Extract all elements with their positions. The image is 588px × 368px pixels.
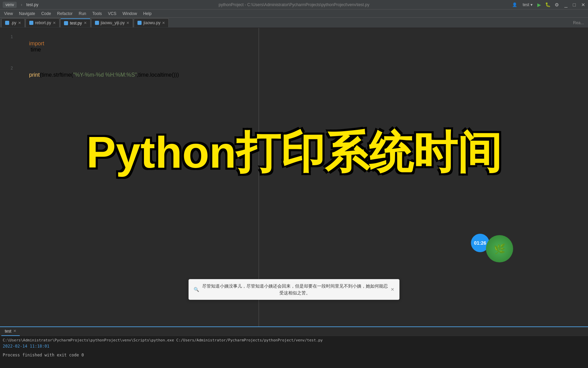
menu-window[interactable]: Window [120,11,140,17]
notification-text: 尽管知道小姨没事儿，尽管知道小姨还会回来，但是却要在一段时间里见不到小姨，她如何… [202,283,388,296]
menu-tools[interactable]: Tools [89,11,104,17]
notification-close-icon[interactable]: ✕ [391,287,394,292]
run-output-content: C:\Users\Administrator\PycharmProjects\p… [0,336,588,359]
menu-view[interactable]: View [1,11,16,17]
code-paren-open: (time.strftime( [40,72,73,78]
tab-rebort-icon [29,21,33,25]
code-line-1: 1 import time [0,28,259,59]
timer-time: 01:26 [474,240,486,246]
menu-vcs[interactable]: VCS [105,11,119,17]
settings-button[interactable]: ⚙ [555,2,559,7]
maximize-button[interactable]: □ [573,2,576,7]
close-button[interactable]: ✕ [581,2,585,7]
menu-navigate[interactable]: Navigate [16,11,38,17]
notification-search-icon: 🔍 [194,287,199,292]
debug-button[interactable]: 🐛 [545,2,551,7]
user-icon[interactable]: 👤 [512,2,517,7]
menu-bar: View Navigate Code Refactor Run Tools VC… [0,10,588,18]
notification-popup: 🔍 尽管知道小姨没事儿，尽管知道小姨还会回来，但是却要在一段时间里见不到小姨，她… [189,279,399,300]
tab-dotpy[interactable]: .py ✕ [1,18,25,27]
read-only-indicator[interactable]: Rea... [570,20,587,25]
titlebar-left: venv › test.py [3,2,38,8]
editor-container: 1 import time 2 print(time.strftime("%Y-… [0,28,588,368]
editor-tabs: .py ✕ rebort.py ✕ test.py ✕ jiaowu_yiji.… [0,18,588,28]
file-label[interactable]: test.py [26,2,38,7]
run-spacer [3,349,585,351]
window-controls: 👤 test ▾ ▶ 🐛 ⚙ _ □ ✕ [512,2,585,8]
avatar-decoration: 🌿 [486,235,513,262]
run-button[interactable]: ▶ [537,2,541,7]
window-title: pythonProject - C:\Users\Administrator\P… [219,2,370,7]
tab-jiaowu[interactable]: jiaowu.py ✕ [134,18,169,27]
minimize-button[interactable]: _ [565,2,568,8]
code-import-time: time [29,47,41,52]
tab-test[interactable]: test.py ✕ [60,18,90,27]
run-command: C:\Users\Administrator\PycharmProjects\p… [3,338,585,342]
tab-test-icon [64,21,68,25]
tab-rebort-close[interactable]: ✕ [53,21,56,25]
tab-test-label: test.py [70,21,82,26]
menu-refactor[interactable]: Refactor [54,11,75,17]
tab-rebort-label: rebort.py [35,20,51,25]
line-num-1: 1 [3,34,13,39]
run-tab-close[interactable]: ✕ [13,329,16,333]
line-num-2: 2 [3,66,13,71]
menu-run[interactable]: Run [76,11,89,17]
run-tab-test-label: test [5,329,11,334]
tab-jiaowu-icon [137,21,142,25]
tab-jiaowu-close[interactable]: ✕ [162,21,165,25]
run-output-panel: test ✕ C:\Users\Administrator\PycharmPro… [0,326,588,368]
tab-jiaowu-yiji[interactable]: jiaowu_yiji.py ✕ [91,18,133,27]
menu-help[interactable]: Help [141,11,154,17]
avatar-icon: 🌿 [494,243,506,255]
run-tab-test[interactable]: test ✕ [1,327,20,336]
code-comma: ,time.localtime())) [137,72,179,78]
tab-test-close[interactable]: ✕ [84,21,87,25]
tab-jiaowu-yiji-label: jiaowu_yiji.py [101,20,125,25]
code-line-2: 2 print(time.strftime("%Y-%m-%d %H:%M:%S… [0,59,259,85]
tab-dotpy-icon [5,21,9,25]
tab-dotpy-label: .py [11,20,16,25]
run-exit-message: Process finished with exit code 0 [3,353,585,357]
run-timestamp: 2022-02-14 11:18:01 [3,344,585,349]
venv-label[interactable]: venv [3,2,17,8]
code-print-fn: print [29,72,40,78]
title-bar: venv › test.py pythonProject - C:\Users\… [0,0,588,10]
code-str-format: "%Y-%m-%d %H:%M:%S" [73,72,137,78]
tab-jiaowu-yiji-close[interactable]: ✕ [126,21,129,25]
run-tabs-bar: test ✕ [0,327,588,336]
code-import-keyword: import [29,41,44,46]
tab-jiaowu-yiji-icon [95,21,99,25]
config-dropdown[interactable]: test ▾ [523,2,533,7]
tab-dotpy-close[interactable]: ✕ [18,21,21,25]
menu-code[interactable]: Code [38,11,54,17]
tab-rebort[interactable]: rebort.py ✕ [26,18,60,27]
tab-jiaowu-label: jiaowu.py [143,20,160,25]
